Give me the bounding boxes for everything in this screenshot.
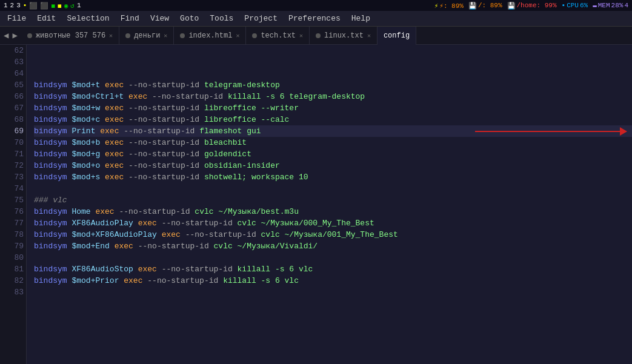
- kw-bindsym-73: bindsym: [34, 171, 67, 183]
- battery-value: ⚡: 89%: [439, 2, 464, 10]
- tab-close-3[interactable]: ✕: [236, 32, 239, 39]
- tab-dot-2: [125, 33, 130, 38]
- tab-label-2: деньги: [134, 31, 160, 40]
- menu-preferences[interactable]: Preferences: [284, 13, 345, 24]
- nav-next[interactable]: ▶: [11, 30, 18, 41]
- menu-goto[interactable]: Goto: [175, 13, 204, 24]
- disk-root-value: /: 89%: [478, 2, 502, 9]
- kw-bindsym-79: bindsym: [34, 240, 67, 252]
- linenum-72: 72: [0, 160, 24, 171]
- linenum-64: 64: [0, 68, 24, 79]
- editor: 62 63 64 65 66 67 68 69 70 71 72 73 74 7…: [0, 45, 632, 364]
- tab-tech[interactable]: tech.txt ✕: [246, 27, 310, 45]
- kw-key-67: $mod+w: [72, 102, 100, 114]
- kw-bindsym-70: bindsym: [34, 137, 67, 148]
- kw-flag-81: --no-startup-id: [162, 263, 233, 275]
- code-line-73: bindsym $mod+s exec --no-startup-id shot…: [34, 171, 632, 183]
- menu-selection[interactable]: Selection: [62, 13, 114, 24]
- menu-help[interactable]: Help: [347, 13, 375, 24]
- menu-find[interactable]: Find: [116, 13, 144, 24]
- cpu-stat: ▪ CPU 6%: [562, 2, 588, 9]
- menu-bar: File Edit Selection Find View Goto Tools…: [0, 11, 632, 27]
- disk-home-stat: 💾 /home: 99%: [507, 2, 557, 10]
- kw-exec-81: exec: [138, 263, 157, 275]
- linenum-79: 79: [0, 240, 24, 252]
- code-content[interactable]: bindsym $mod+t exec --no-startup-id tele…: [27, 45, 632, 364]
- kw-exec-77: exec: [138, 217, 157, 229]
- code-line-65: bindsym $mod+t exec --no-startup-id tele…: [34, 79, 632, 91]
- annotation-arrow: [475, 127, 627, 136]
- menu-tools[interactable]: Tools: [205, 13, 238, 24]
- app-icon-2: ⬛: [40, 2, 48, 10]
- kw-bindsym-69: bindsym: [34, 125, 67, 137]
- linenum-69: 69: [0, 125, 24, 137]
- tab-close-2[interactable]: ✕: [164, 32, 167, 39]
- menu-file[interactable]: File: [2, 13, 31, 24]
- kw-bindsym-77: bindsym: [34, 217, 67, 229]
- code-line-68: bindsym $mod+c exec --no-startup-id libr…: [34, 114, 632, 125]
- tab-dot-5: [316, 33, 321, 38]
- tab-label-6: config: [384, 31, 410, 40]
- ws-2[interactable]: 2: [10, 2, 15, 9]
- cpu-icon: ▪: [562, 2, 566, 9]
- tab-linux[interactable]: linux.txt ✕: [310, 27, 378, 45]
- kw-key-71: $mod+g: [72, 148, 100, 160]
- menu-edit[interactable]: Edit: [32, 13, 61, 24]
- linenum-68: 68: [0, 114, 24, 125]
- code-line-76: bindsym Home exec --no-startup-id cvlc ~…: [34, 206, 632, 217]
- kw-exec-71: exec: [105, 148, 124, 160]
- kw-bindsym-67: bindsym: [34, 102, 67, 114]
- ws-3[interactable]: 3: [16, 2, 21, 9]
- kw-key-65: $mod+t: [72, 79, 100, 91]
- linenum-75: 75: [0, 194, 24, 206]
- code-line-80: [34, 252, 632, 263]
- kw-app-69: flameshot gui: [199, 125, 261, 137]
- linenum-74: 74: [0, 183, 24, 194]
- tab-dot-4: [252, 33, 257, 38]
- code-line-74: [34, 183, 632, 194]
- kw-exec-76: exec: [95, 206, 114, 217]
- disk-home-value: /home: 99%: [517, 2, 557, 9]
- ws-1[interactable]: 1: [4, 2, 8, 9]
- linenum-73: 73: [0, 171, 24, 183]
- nav-prev[interactable]: ◀: [2, 30, 10, 41]
- kw-bindsym-82: bindsym: [34, 275, 67, 286]
- code-line-79: bindsym $mod+End exec --no-startup-id cv…: [34, 240, 632, 252]
- code-line-77: bindsym XF86AudioPlay exec --no-startup-…: [34, 217, 632, 229]
- linenum-70: 70: [0, 137, 24, 148]
- top-status-bar: 1 2 3 ▪ ⬛ ⬛ ◼ ◼ ◉ ↺ 1 ⚡ ⚡: 89% 💾 /: 89% …: [0, 0, 632, 11]
- kw-bindsym-81: bindsym: [34, 263, 67, 275]
- code-line-66: bindsym $mod+Ctrl+t exec --no-startup-id…: [34, 91, 632, 102]
- kw-app-72: obsidian-insider: [204, 160, 280, 171]
- kw-key-79: $mod+End: [72, 240, 109, 252]
- kw-app-79: cvlc ~/Музыка/Vivaldi/: [214, 240, 318, 252]
- kw-exec-73: exec: [105, 171, 124, 183]
- menu-view[interactable]: View: [145, 13, 174, 24]
- app-icon-1: ⬛: [29, 2, 38, 10]
- tab-close-1[interactable]: ✕: [109, 32, 113, 39]
- kw-flag-66: --no-startup-id: [152, 91, 223, 102]
- kw-app-77: cvlc ~/Музыка/000_My_The_Best: [238, 217, 374, 229]
- tab-label-4: tech.txt: [261, 31, 296, 40]
- tab-close-4[interactable]: ✕: [299, 32, 303, 39]
- kw-exec-72: exec: [105, 160, 124, 171]
- kw-flag-72: --no-startup-id: [128, 160, 199, 171]
- kw-flag-82: --no-startup-id: [147, 275, 218, 286]
- menu-project[interactable]: Project: [239, 13, 282, 24]
- tab-close-5[interactable]: ✕: [367, 32, 371, 39]
- tab-config[interactable]: config: [378, 27, 416, 45]
- linenum-80: 80: [0, 252, 24, 263]
- ws-num-extra: 1: [77, 2, 81, 9]
- kw-bindsym-65: bindsym: [34, 79, 67, 91]
- tab-index[interactable]: index.html ✕: [174, 27, 246, 45]
- code-line-64: [34, 68, 632, 79]
- kw-flag-77: --no-startup-id: [162, 217, 233, 229]
- kw-exec-68: exec: [105, 114, 124, 125]
- linenum-66: 66: [0, 91, 24, 102]
- cpu-label: CPU: [567, 2, 579, 9]
- kw-key-68: $mod+c: [72, 114, 100, 125]
- tab-dengi[interactable]: деньги ✕: [119, 27, 174, 45]
- kw-flag-73: --no-startup-id: [128, 171, 199, 183]
- arrow-head: [620, 127, 627, 136]
- tab-zhivotnye[interactable]: животные 357 576 ✕: [21, 27, 119, 45]
